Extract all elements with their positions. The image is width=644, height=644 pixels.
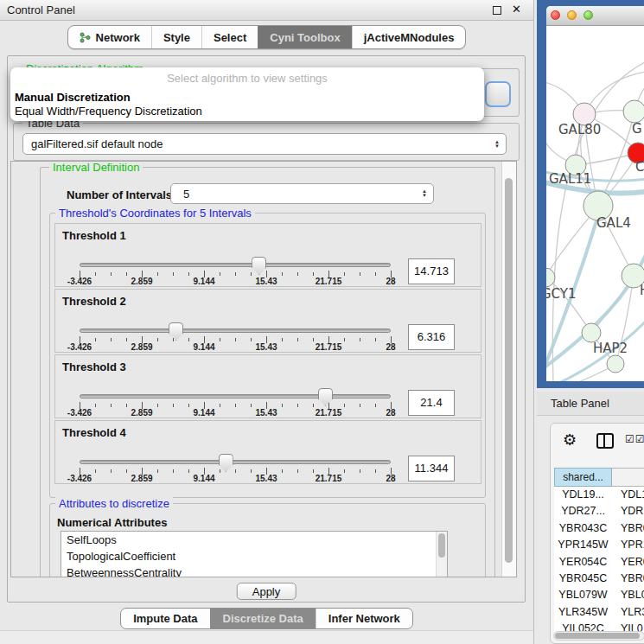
table-row[interactable]: YBR043CYBR0 (554, 520, 644, 537)
tick-mark (220, 338, 220, 341)
tab-style[interactable]: Style (151, 26, 201, 48)
attribute-item-betweennesscentrality[interactable]: BetweennessCentrality (61, 564, 447, 577)
column-header-shared-name[interactable]: shared... (554, 468, 612, 487)
tab-select[interactable]: Select (201, 26, 258, 48)
cell-name: YBL0 (612, 587, 644, 603)
slider-handle[interactable] (318, 388, 333, 406)
apply-button[interactable]: Apply (237, 583, 296, 600)
tick-label: 21.715 (316, 342, 342, 352)
vertical-scrollbar-thumb[interactable] (505, 178, 513, 563)
table-row[interactable]: YPR145WYPR1 (554, 537, 644, 553)
minimize-traffic-light[interactable] (567, 10, 577, 20)
threshold-value[interactable]: 11.344 (408, 456, 455, 481)
slider-track[interactable] (80, 328, 391, 333)
tick-mark (173, 272, 174, 276)
tick-mark (126, 469, 127, 473)
close-traffic-light[interactable] (551, 10, 560, 20)
number-of-intervals-value: 5 (171, 188, 422, 201)
tick-mark (375, 338, 376, 341)
node-label-gal80: GAL80 (558, 122, 601, 137)
table-row[interactable]: YDL19...YDL1 (554, 487, 644, 503)
tick-mark (297, 469, 298, 473)
cyni-toolbox-panel: Discretization Algorithm Select algorith… (7, 55, 526, 603)
table-row[interactable]: YLR345WYLR3 (554, 604, 644, 621)
threshold-list: Threshold 1-3.4262.8599.14415.4321.71528… (54, 223, 481, 486)
tick-mark (157, 469, 158, 473)
checkboxes-icon[interactable]: ☑☑ (625, 433, 644, 445)
cell-name: YBR0 (612, 571, 644, 587)
network-node[interactable] (582, 323, 601, 342)
tick-mark (95, 272, 96, 276)
tab-jactivemnodules[interactable]: jActiveMNodules (352, 26, 466, 48)
tab-infer-network[interactable]: Infer Network (316, 609, 412, 628)
slider-handle[interactable] (219, 454, 233, 472)
slider-track[interactable] (80, 394, 391, 399)
tab-network[interactable]: Network (68, 26, 151, 48)
table-data-group: Table Data galFiltered.sif default node … (13, 123, 520, 161)
list-scrollbar-thumb[interactable] (438, 533, 445, 558)
tick-mark (188, 469, 189, 473)
algorithm-combo-button[interactable] (485, 81, 511, 107)
table-data-combo[interactable]: galFiltered.sif default node ▲ ▼ (22, 133, 507, 155)
attribute-item-topologicalcoefficient[interactable]: TopologicalCoefficient (61, 548, 447, 564)
threshold-value[interactable]: 21.4 (408, 390, 455, 416)
slider-track[interactable] (80, 460, 391, 464)
table-row[interactable]: YBR045CYBR0 (554, 571, 644, 587)
network-canvas[interactable]: GAL80GCGAL11GAL4GCY1HHAP2 (546, 26, 644, 381)
tick-mark (188, 404, 189, 407)
tick-mark (111, 404, 112, 407)
network-node[interactable] (623, 100, 644, 123)
column-header-name[interactable]: name (612, 468, 644, 487)
horizontal-scrollbar-thumb[interactable] (555, 633, 640, 639)
tab-cyni-toolbox[interactable]: Cyni Toolbox (258, 26, 351, 48)
attribute-item-selfloops[interactable]: SelfLoops (61, 532, 447, 548)
horizontal-scrollbar[interactable] (553, 631, 644, 641)
float-window-icon[interactable] (493, 6, 501, 15)
tick-label: 28 (386, 277, 395, 286)
network-node[interactable] (607, 355, 624, 373)
cell-shared-name: YER054C (554, 554, 612, 571)
table-header-row: shared... name (554, 468, 644, 487)
tick-mark (360, 272, 360, 276)
close-icon[interactable]: ✕ (512, 3, 521, 16)
tick-mark (188, 272, 189, 276)
numerical-attributes-list[interactable]: SelfLoopsTopologicalCoefficientBetweenne… (61, 531, 448, 577)
cell-shared-name: YBL079W (554, 587, 612, 603)
gear-icon[interactable]: ⚙ (563, 430, 577, 450)
tick-mark (297, 272, 298, 276)
tick-mark (313, 404, 314, 407)
table-row[interactable]: YBL079WYBL0 (554, 587, 644, 603)
node-label-h: H (640, 283, 644, 298)
tick-label: 28 (386, 474, 395, 483)
tick-label: 9.144 (193, 277, 214, 286)
algorithm-option-manual-discretization[interactable]: Manual Discretization (15, 92, 480, 104)
cell-name: YPR1 (612, 537, 644, 553)
tick-mark (313, 272, 314, 276)
control-panel-title: Control Panel (7, 3, 75, 16)
table-row[interactable]: YDR27...YDR2 (554, 503, 644, 520)
threshold-value[interactable]: 14.713 (408, 258, 455, 284)
tick-mark (344, 272, 345, 276)
tab-discretize-data[interactable]: Discretize Data (210, 609, 316, 628)
algorithm-option-select-algorithm-to-view-settings[interactable]: Select algorithm to view settings (15, 73, 480, 85)
split-columns-icon[interactable] (596, 433, 614, 449)
footer-strip (0, 630, 533, 644)
slider-track[interactable] (80, 263, 391, 267)
vertical-scrollbar[interactable] (501, 162, 516, 577)
arrow-down-icon: ▼ (422, 194, 427, 198)
tick-label: -3.426 (67, 277, 92, 286)
zoom-traffic-light[interactable] (583, 10, 593, 20)
tab-impute-data[interactable]: Impute Data (121, 609, 209, 628)
tick-label: 9.144 (193, 408, 214, 418)
algorithm-option-equal-width-frequency-discretization[interactable]: Equal Width/Frequency Discretization (15, 105, 480, 118)
list-scrollbar[interactable] (436, 532, 447, 577)
slider-handle[interactable] (252, 257, 266, 275)
cell-shared-name: YBR043C (554, 520, 612, 537)
node-table: shared... name YDL19...YDL1YDR27...YDR2Y… (554, 468, 644, 638)
table-row[interactable]: YER054CYER0 (554, 554, 644, 571)
number-of-intervals-spinner[interactable]: 5 ▲ ▼ (170, 183, 434, 204)
tick-label: 28 (386, 408, 395, 418)
threshold-value[interactable]: 6.316 (408, 324, 455, 350)
tick-mark (173, 469, 174, 473)
slider-handle[interactable] (169, 322, 183, 341)
